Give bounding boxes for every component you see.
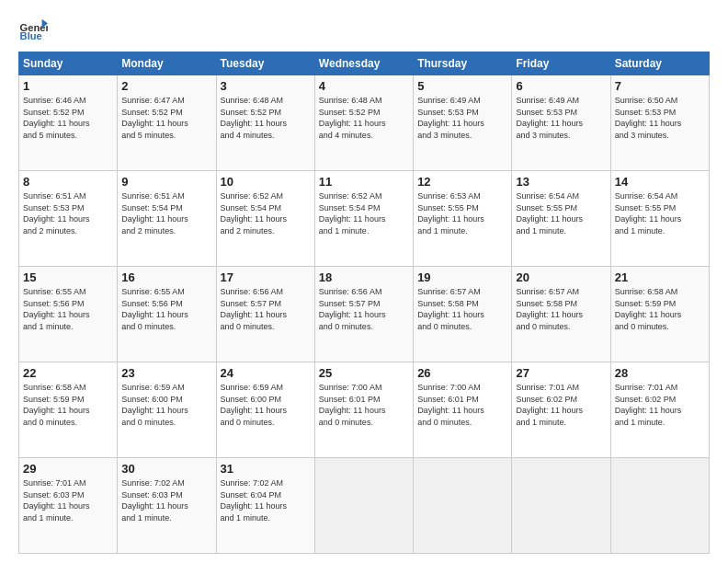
- day-info: Sunrise: 6:52 AM Sunset: 5:54 PM Dayligh…: [319, 190, 409, 236]
- day-number: 13: [516, 175, 606, 189]
- weekday-header-row: SundayMondayTuesdayWednesdayThursdayFrid…: [19, 52, 710, 75]
- calendar-day-cell: 25Sunrise: 7:00 AM Sunset: 6:01 PM Dayli…: [314, 362, 413, 458]
- calendar-day-cell: 16Sunrise: 6:55 AM Sunset: 5:56 PM Dayli…: [118, 267, 216, 362]
- calendar-day-cell: 21Sunrise: 6:58 AM Sunset: 5:59 PM Dayli…: [610, 267, 709, 362]
- calendar-day-cell: 11Sunrise: 6:52 AM Sunset: 5:54 PM Dayli…: [314, 171, 413, 267]
- day-number: 25: [319, 366, 409, 380]
- day-info: Sunrise: 7:01 AM Sunset: 6:03 PM Dayligh…: [23, 477, 113, 523]
- calendar-day-cell: 18Sunrise: 6:56 AM Sunset: 5:57 PM Dayli…: [314, 267, 413, 362]
- calendar-day-cell: 31Sunrise: 7:02 AM Sunset: 6:04 PM Dayli…: [216, 458, 314, 554]
- day-info: Sunrise: 6:56 AM Sunset: 5:57 PM Dayligh…: [319, 286, 409, 332]
- weekday-header-cell: Sunday: [19, 52, 118, 75]
- day-info: Sunrise: 6:54 AM Sunset: 5:55 PM Dayligh…: [615, 190, 705, 236]
- weekday-header-cell: Saturday: [610, 52, 709, 75]
- day-info: Sunrise: 7:02 AM Sunset: 6:04 PM Dayligh…: [221, 477, 311, 523]
- day-info: Sunrise: 6:52 AM Sunset: 5:54 PM Dayligh…: [221, 190, 311, 236]
- day-number: 10: [221, 175, 311, 189]
- day-number: 31: [221, 462, 311, 476]
- day-info: Sunrise: 6:59 AM Sunset: 6:00 PM Dayligh…: [121, 382, 211, 428]
- day-info: Sunrise: 7:00 AM Sunset: 6:01 PM Dayligh…: [417, 382, 507, 428]
- day-number: 20: [516, 270, 606, 284]
- calendar-day-cell: [414, 458, 512, 554]
- weekday-header-cell: Thursday: [414, 52, 512, 75]
- calendar-week-row: 29Sunrise: 7:01 AM Sunset: 6:03 PM Dayli…: [19, 458, 710, 554]
- day-number: 2: [121, 79, 211, 93]
- day-info: Sunrise: 6:50 AM Sunset: 5:53 PM Dayligh…: [615, 95, 705, 141]
- calendar-day-cell: 3Sunrise: 6:48 AM Sunset: 5:52 PM Daylig…: [216, 75, 314, 171]
- calendar-day-cell: [610, 458, 709, 554]
- weekday-header-cell: Friday: [512, 52, 610, 75]
- day-number: 14: [615, 175, 705, 189]
- day-number: 9: [121, 175, 211, 189]
- day-number: 5: [417, 79, 507, 93]
- calendar-body: 1Sunrise: 6:46 AM Sunset: 5:52 PM Daylig…: [19, 75, 710, 554]
- day-info: Sunrise: 6:54 AM Sunset: 5:55 PM Dayligh…: [516, 190, 606, 236]
- calendar-day-cell: 30Sunrise: 7:02 AM Sunset: 6:03 PM Dayli…: [118, 458, 216, 554]
- calendar-week-row: 1Sunrise: 6:46 AM Sunset: 5:52 PM Daylig…: [19, 75, 710, 171]
- day-info: Sunrise: 6:48 AM Sunset: 5:52 PM Dayligh…: [319, 95, 409, 141]
- svg-text:Blue: Blue: [20, 30, 42, 41]
- day-info: Sunrise: 6:49 AM Sunset: 5:53 PM Dayligh…: [516, 95, 606, 141]
- day-info: Sunrise: 6:55 AM Sunset: 5:56 PM Dayligh…: [23, 286, 113, 332]
- day-number: 29: [23, 462, 113, 476]
- day-number: 17: [221, 270, 311, 284]
- calendar-day-cell: 22Sunrise: 6:58 AM Sunset: 5:59 PM Dayli…: [19, 362, 118, 458]
- calendar-day-cell: 29Sunrise: 7:01 AM Sunset: 6:03 PM Dayli…: [19, 458, 118, 554]
- calendar-week-row: 22Sunrise: 6:58 AM Sunset: 5:59 PM Dayli…: [19, 362, 710, 458]
- day-number: 26: [417, 366, 507, 380]
- calendar-day-cell: 24Sunrise: 6:59 AM Sunset: 6:00 PM Dayli…: [216, 362, 314, 458]
- logo-icon: General Blue: [18, 15, 48, 44]
- day-number: 1: [23, 79, 113, 93]
- weekday-header-cell: Wednesday: [314, 52, 413, 75]
- weekday-header-cell: Tuesday: [216, 52, 314, 75]
- day-info: Sunrise: 6:49 AM Sunset: 5:53 PM Dayligh…: [417, 95, 507, 141]
- calendar-day-cell: [314, 458, 413, 554]
- calendar-day-cell: 13Sunrise: 6:54 AM Sunset: 5:55 PM Dayli…: [512, 171, 610, 267]
- day-info: Sunrise: 7:02 AM Sunset: 6:03 PM Dayligh…: [121, 477, 211, 523]
- day-number: 18: [319, 270, 409, 284]
- calendar-day-cell: 1Sunrise: 6:46 AM Sunset: 5:52 PM Daylig…: [19, 75, 118, 171]
- day-number: 19: [417, 270, 507, 284]
- calendar-week-row: 15Sunrise: 6:55 AM Sunset: 5:56 PM Dayli…: [19, 267, 710, 362]
- calendar-day-cell: 7Sunrise: 6:50 AM Sunset: 5:53 PM Daylig…: [610, 75, 709, 171]
- calendar-day-cell: 9Sunrise: 6:51 AM Sunset: 5:54 PM Daylig…: [118, 171, 216, 267]
- calendar-day-cell: 5Sunrise: 6:49 AM Sunset: 5:53 PM Daylig…: [414, 75, 512, 171]
- day-number: 4: [319, 79, 409, 93]
- day-info: Sunrise: 6:56 AM Sunset: 5:57 PM Dayligh…: [221, 286, 311, 332]
- day-number: 8: [23, 175, 113, 189]
- day-info: Sunrise: 6:51 AM Sunset: 5:54 PM Dayligh…: [121, 190, 211, 236]
- day-info: Sunrise: 6:53 AM Sunset: 5:55 PM Dayligh…: [417, 190, 507, 236]
- calendar-day-cell: 17Sunrise: 6:56 AM Sunset: 5:57 PM Dayli…: [216, 267, 314, 362]
- day-number: 21: [615, 270, 705, 284]
- calendar-week-row: 8Sunrise: 6:51 AM Sunset: 5:53 PM Daylig…: [19, 171, 710, 267]
- day-info: Sunrise: 6:59 AM Sunset: 6:00 PM Dayligh…: [221, 382, 311, 428]
- day-info: Sunrise: 6:58 AM Sunset: 5:59 PM Dayligh…: [615, 286, 705, 332]
- header: General Blue: [18, 15, 710, 44]
- calendar-day-cell: [512, 458, 610, 554]
- calendar-day-cell: 2Sunrise: 6:47 AM Sunset: 5:52 PM Daylig…: [118, 75, 216, 171]
- day-number: 24: [221, 366, 311, 380]
- day-number: 22: [23, 366, 113, 380]
- day-number: 15: [23, 270, 113, 284]
- day-number: 3: [221, 79, 311, 93]
- day-number: 30: [121, 462, 211, 476]
- day-info: Sunrise: 6:57 AM Sunset: 5:58 PM Dayligh…: [516, 286, 606, 332]
- calendar-day-cell: 26Sunrise: 7:00 AM Sunset: 6:01 PM Dayli…: [414, 362, 512, 458]
- calendar-day-cell: 12Sunrise: 6:53 AM Sunset: 5:55 PM Dayli…: [414, 171, 512, 267]
- weekday-header-cell: Monday: [118, 52, 216, 75]
- calendar-day-cell: 4Sunrise: 6:48 AM Sunset: 5:52 PM Daylig…: [314, 75, 413, 171]
- day-info: Sunrise: 6:55 AM Sunset: 5:56 PM Dayligh…: [121, 286, 211, 332]
- day-number: 11: [319, 175, 409, 189]
- day-info: Sunrise: 6:47 AM Sunset: 5:52 PM Dayligh…: [121, 95, 211, 141]
- day-info: Sunrise: 6:51 AM Sunset: 5:53 PM Dayligh…: [23, 190, 113, 236]
- logo: General Blue: [18, 15, 48, 44]
- calendar-day-cell: 23Sunrise: 6:59 AM Sunset: 6:00 PM Dayli…: [118, 362, 216, 458]
- day-number: 12: [417, 175, 507, 189]
- calendar-day-cell: 14Sunrise: 6:54 AM Sunset: 5:55 PM Dayli…: [610, 171, 709, 267]
- day-info: Sunrise: 7:00 AM Sunset: 6:01 PM Dayligh…: [319, 382, 409, 428]
- day-number: 16: [121, 270, 211, 284]
- calendar-day-cell: 20Sunrise: 6:57 AM Sunset: 5:58 PM Dayli…: [512, 267, 610, 362]
- calendar-table: SundayMondayTuesdayWednesdayThursdayFrid…: [18, 52, 710, 554]
- day-number: 27: [516, 366, 606, 380]
- calendar-day-cell: 19Sunrise: 6:57 AM Sunset: 5:58 PM Dayli…: [414, 267, 512, 362]
